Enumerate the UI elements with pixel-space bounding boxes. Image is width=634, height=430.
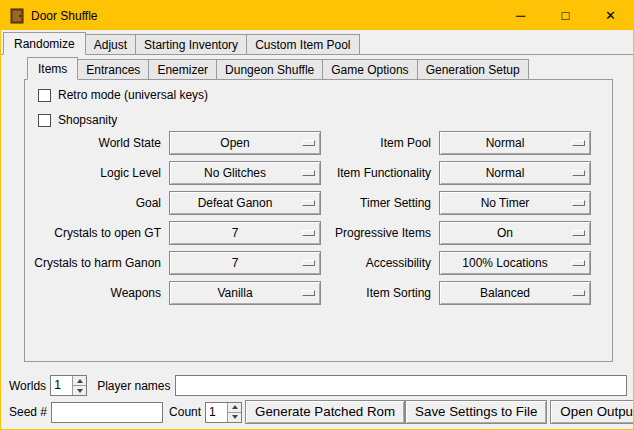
dropdown-value: 100% Locations xyxy=(440,252,570,274)
open-output-directory-button[interactable]: Open Output Directory xyxy=(550,400,634,424)
tab-custom-item-pool[interactable]: Custom Item Pool xyxy=(246,34,359,54)
count-label: Count xyxy=(169,405,201,419)
item-pool-dropdown[interactable]: Normal xyxy=(439,131,591,155)
dropdown-value: Balanced xyxy=(440,282,570,304)
menu-indicator-icon xyxy=(302,290,315,296)
spinner-arrows xyxy=(72,376,86,395)
generate-patched-rom-button[interactable]: Generate Patched Rom xyxy=(245,400,405,424)
world-state-dropdown[interactable]: Open xyxy=(169,131,321,155)
option-row: Goal Defeat Ganon Timer Setting No Timer xyxy=(27,191,591,215)
tab-randomize[interactable]: Randomize xyxy=(3,32,86,55)
spin-down-button[interactable] xyxy=(228,412,241,422)
close-button[interactable]: ✕ xyxy=(588,1,633,30)
tab-game-options[interactable]: Game Options xyxy=(322,59,417,79)
dropdown-value: Normal xyxy=(440,162,570,184)
menu-indicator-icon xyxy=(302,200,315,206)
worlds-spinner[interactable]: 1 xyxy=(50,375,87,396)
spin-down-button[interactable] xyxy=(73,385,86,395)
crystals-ganon-label: Crystals to harm Ganon xyxy=(27,256,169,270)
tab-adjust[interactable]: Adjust xyxy=(85,34,136,54)
item-functionality-label: Item Functionality xyxy=(321,166,439,180)
tab-starting-inventory[interactable]: Starting Inventory xyxy=(135,34,247,54)
crystals-ganon-dropdown[interactable]: 7 xyxy=(169,251,321,275)
spin-up-button[interactable] xyxy=(73,376,86,385)
spin-up-button[interactable] xyxy=(228,403,241,412)
logic-level-dropdown[interactable]: No Glitches xyxy=(169,161,321,185)
app-window: Door Shuffle ─ □ ✕ Randomize Adjust Star… xyxy=(0,0,634,430)
crystals-gt-label: Crystals to open GT xyxy=(27,226,169,240)
title-bar[interactable]: Door Shuffle ─ □ ✕ xyxy=(1,1,633,30)
accessibility-dropdown[interactable]: 100% Locations xyxy=(439,251,591,275)
weapons-label: Weapons xyxy=(27,286,169,300)
world-state-label: World State xyxy=(27,136,169,150)
count-value: 1 xyxy=(206,403,227,422)
spinner-arrows xyxy=(227,403,241,422)
tab-entrances[interactable]: Entrances xyxy=(77,59,149,79)
option-row: Crystals to open GT 7 Progressive Items … xyxy=(27,221,591,245)
item-functionality-dropdown[interactable]: Normal xyxy=(439,161,591,185)
count-spinner[interactable]: 1 xyxy=(205,402,242,423)
menu-indicator-icon xyxy=(572,260,585,266)
item-sorting-label: Item Sorting xyxy=(321,286,439,300)
progressive-items-label: Progressive Items xyxy=(321,226,439,240)
menu-indicator-icon xyxy=(572,140,585,146)
dropdown-value: 7 xyxy=(170,222,300,244)
option-row: Crystals to harm Ganon 7 Accessibility 1… xyxy=(27,251,591,275)
tab-dungeon-shuffle[interactable]: Dungeon Shuffle xyxy=(216,59,323,79)
player-names-input[interactable] xyxy=(175,375,628,396)
dropdown-value: No Glitches xyxy=(170,162,300,184)
dropdown-value: Vanilla xyxy=(170,282,300,304)
shopsanity-checkbox[interactable] xyxy=(38,114,51,127)
player-names-label: Player names xyxy=(97,379,170,393)
timer-setting-dropdown[interactable]: No Timer xyxy=(439,191,591,215)
tab-label: Items xyxy=(38,62,67,76)
worlds-value: 1 xyxy=(51,376,72,395)
tab-enemizer[interactable]: Enemizer xyxy=(148,59,217,79)
checkbox-row-shopsanity[interactable]: Shopsanity xyxy=(38,112,117,128)
tab-label: Starting Inventory xyxy=(144,38,238,52)
maximize-button[interactable]: □ xyxy=(543,1,588,30)
worlds-label: Worlds xyxy=(9,379,46,393)
window-title: Door Shuffle xyxy=(31,9,98,23)
retro-mode-label: Retro mode (universal keys) xyxy=(58,88,208,102)
menu-indicator-icon xyxy=(572,170,585,176)
dropdown-value: Open xyxy=(170,132,300,154)
app-icon xyxy=(9,8,25,24)
goal-label: Goal xyxy=(27,196,169,210)
checkbox-row-retro-mode[interactable]: Retro mode (universal keys) xyxy=(38,87,208,103)
dropdown-value: No Timer xyxy=(440,192,570,214)
item-sorting-dropdown[interactable]: Balanced xyxy=(439,281,591,305)
inner-tab-bar: Items Entrances Enemizer Dungeon Shuffle… xyxy=(24,57,613,80)
tab-label: Generation Setup xyxy=(426,63,520,77)
goal-dropdown[interactable]: Defeat Ganon xyxy=(169,191,321,215)
menu-indicator-icon xyxy=(572,230,585,236)
crystals-gt-dropdown[interactable]: 7 xyxy=(169,221,321,245)
menu-indicator-icon xyxy=(302,260,315,266)
option-row: Logic Level No Glitches Item Functionali… xyxy=(27,161,591,185)
minimize-button[interactable]: ─ xyxy=(498,1,543,30)
seed-input[interactable] xyxy=(51,402,163,423)
dropdown-value: 7 xyxy=(170,252,300,274)
tab-label: Enemizer xyxy=(157,63,208,77)
dropdown-value: Defeat Ganon xyxy=(170,192,300,214)
logic-level-label: Logic Level xyxy=(27,166,169,180)
arrow-down-icon xyxy=(232,415,238,419)
generate-row: Seed # Count 1 Generate Patched Rom Save… xyxy=(9,400,627,424)
menu-indicator-icon xyxy=(302,140,315,146)
weapons-dropdown[interactable]: Vanilla xyxy=(169,281,321,305)
tab-label: Adjust xyxy=(94,38,127,52)
minimize-icon: ─ xyxy=(516,1,525,30)
worlds-row: Worlds 1 Player names xyxy=(9,375,627,396)
tab-label: Game Options xyxy=(331,63,408,77)
tab-items[interactable]: Items xyxy=(27,57,78,80)
save-settings-button[interactable]: Save Settings to File xyxy=(405,400,547,424)
option-row: World State Open Item Pool Normal xyxy=(27,131,591,155)
retro-mode-checkbox[interactable] xyxy=(38,89,51,102)
seed-label: Seed # xyxy=(9,405,47,419)
progressive-items-dropdown[interactable]: On xyxy=(439,221,591,245)
tab-label: Entrances xyxy=(86,63,140,77)
tab-label: Custom Item Pool xyxy=(255,38,350,52)
tab-generation-setup[interactable]: Generation Setup xyxy=(417,59,529,79)
option-row: Weapons Vanilla Item Sorting Balanced xyxy=(27,281,591,305)
close-icon: ✕ xyxy=(605,1,616,30)
